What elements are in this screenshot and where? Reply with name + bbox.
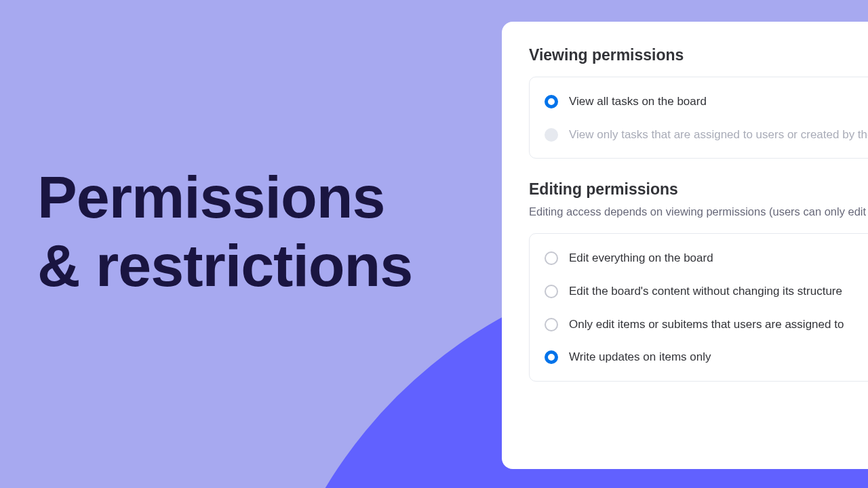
viewing-option-0[interactable]: View all tasks on the board — [545, 91, 868, 119]
option-label: Only edit items or subitems that users a… — [569, 317, 844, 333]
radio-icon[interactable] — [545, 251, 558, 265]
editing-option-2[interactable]: Only edit items or subitems that users a… — [545, 308, 868, 342]
editing-permissions-box: Edit everything on the board Edit the bo… — [529, 233, 868, 382]
option-label: View all tasks on the board — [569, 94, 707, 110]
radio-icon[interactable] — [545, 350, 558, 364]
editing-option-3[interactable]: Write updates on items only — [545, 341, 868, 369]
stage: Permissions & restrictions Viewing permi… — [0, 0, 868, 488]
option-label: Edit the board's content without changin… — [569, 283, 842, 300]
option-label: Edit everything on the board — [569, 250, 713, 267]
viewing-option-1: View only tasks that are assigned to use… — [545, 119, 868, 146]
viewing-permissions-title: Viewing permissions — [529, 46, 868, 64]
radio-icon[interactable] — [545, 95, 558, 108]
hero-line-2: & restrictions — [37, 231, 412, 300]
editing-option-0[interactable]: Edit everything on the board — [545, 247, 868, 275]
hero-line-1: Permissions — [37, 163, 412, 231]
hero-title: Permissions & restrictions — [37, 163, 412, 300]
editing-option-1[interactable]: Edit the board's content without changin… — [545, 275, 868, 308]
radio-icon[interactable] — [545, 285, 558, 298]
radio-icon[interactable] — [545, 318, 558, 331]
editing-permissions-subtitle: Editing access depends on viewing permis… — [529, 205, 868, 218]
editing-permissions-title: Editing permissions — [529, 180, 868, 199]
radio-icon — [545, 128, 558, 142]
option-label: View only tasks that are assigned to use… — [569, 127, 868, 144]
option-label: Write updates on items only — [569, 349, 711, 366]
viewing-permissions-box: View all tasks on the board View only ta… — [529, 77, 868, 159]
permissions-panel: Viewing permissions View all tasks on th… — [502, 22, 868, 469]
